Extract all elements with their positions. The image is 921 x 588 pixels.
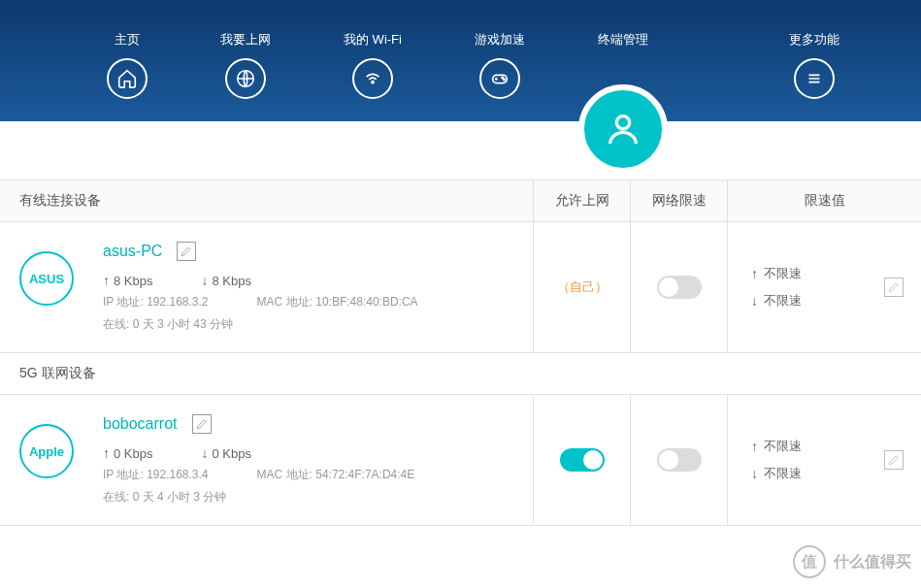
device-name: asus-PC: [103, 243, 162, 260]
device-mac: MAC 地址: 10:BF:48:40:BD:CA: [257, 294, 418, 310]
limitval-cell: ↑不限速 ↓不限速: [727, 222, 921, 352]
upload-speed: ↑0 Kbps: [103, 445, 152, 461]
device-name: bobocarrot: [103, 415, 178, 433]
nav-game[interactable]: 游戏加速: [475, 31, 525, 99]
col-limitval: 限速值: [727, 180, 921, 221]
limit-up: ↑不限速: [751, 265, 802, 282]
watermark-text: 什么值得买: [834, 552, 911, 572]
device-online: 在线: 0 天 4 小时 3 分钟: [103, 489, 513, 506]
allow-cell: （自己）: [533, 222, 630, 352]
svg-point-5: [616, 116, 629, 129]
limit-up: ↑不限速: [751, 438, 802, 455]
col-limit: 网络限速: [630, 180, 727, 221]
limit-cell: [630, 222, 727, 352]
limit-down: ↓不限速: [751, 292, 802, 310]
download-speed: ↓0 Kbps: [201, 445, 250, 461]
col-devices: 有线连接设备: [0, 180, 533, 221]
nav-home[interactable]: 主页: [107, 31, 148, 99]
device-ip: IP 地址: 192.168.3.2: [103, 294, 209, 310]
edit-name-icon[interactable]: [192, 414, 212, 434]
limit-down: ↓不限速: [751, 465, 802, 482]
wifi-icon: [352, 58, 393, 99]
content-area: 有线连接设备 允许上网 网络限速 限速值 ASUS asus-PC ↑8 Kbp…: [0, 121, 921, 526]
top-nav: 主页 我要上网 我的 Wi-Fi 游戏加速 终端管理 更多功能: [0, 0, 921, 121]
limit-toggle[interactable]: [657, 276, 702, 299]
download-speed: ↓8 Kbps: [201, 273, 250, 288]
nav-terminal[interactable]: 终端管理: [598, 31, 648, 58]
user-icon: [578, 84, 668, 174]
nav-wifi[interactable]: 我的 Wi-Fi: [344, 31, 402, 99]
svg-point-4: [504, 79, 505, 80]
watermark: 值 什么值得买: [793, 545, 911, 578]
allow-cell: [533, 395, 630, 525]
upload-speed: ↑8 Kbps: [103, 273, 152, 288]
limit-cell: [630, 395, 727, 525]
device-ip: IP 地址: 192.168.3.4: [103, 467, 209, 483]
allow-toggle[interactable]: [560, 448, 605, 472]
edit-limit-icon[interactable]: [884, 278, 904, 297]
device-badge: Apple: [19, 424, 74, 478]
menu-icon: [794, 58, 835, 99]
svg-point-1: [372, 82, 374, 83]
svg-point-3: [502, 77, 503, 78]
home-icon: [107, 58, 148, 99]
nav-more[interactable]: 更多功能: [789, 31, 839, 99]
device-online: 在线: 0 天 3 小时 43 分钟: [103, 316, 513, 333]
wired-section-header: 有线连接设备 允许上网 网络限速 限速值: [0, 180, 921, 222]
col-allow: 允许上网: [533, 180, 630, 221]
device-row: Apple bobocarrot ↑0 Kbps ↓0 Kbps IP 地址: …: [0, 395, 921, 526]
self-label: （自己）: [557, 278, 608, 296]
watermark-icon: 值: [793, 545, 826, 578]
device-mac: MAC 地址: 54:72:4F:7A:D4:4E: [257, 467, 415, 483]
device-row: ASUS asus-PC ↑8 Kbps ↓8 Kbps IP 地址: 192.…: [0, 222, 921, 353]
limitval-cell: ↑不限速 ↓不限速: [727, 395, 921, 525]
device-badge: ASUS: [19, 251, 74, 306]
globe-icon: [225, 58, 266, 99]
nav-internet[interactable]: 我要上网: [220, 31, 271, 99]
edit-limit-icon[interactable]: [884, 450, 904, 470]
limit-toggle[interactable]: [657, 448, 702, 472]
gamepad-icon: [479, 58, 520, 99]
edit-name-icon[interactable]: [177, 242, 196, 261]
5g-section-header: 5G 联网设备: [0, 353, 921, 395]
